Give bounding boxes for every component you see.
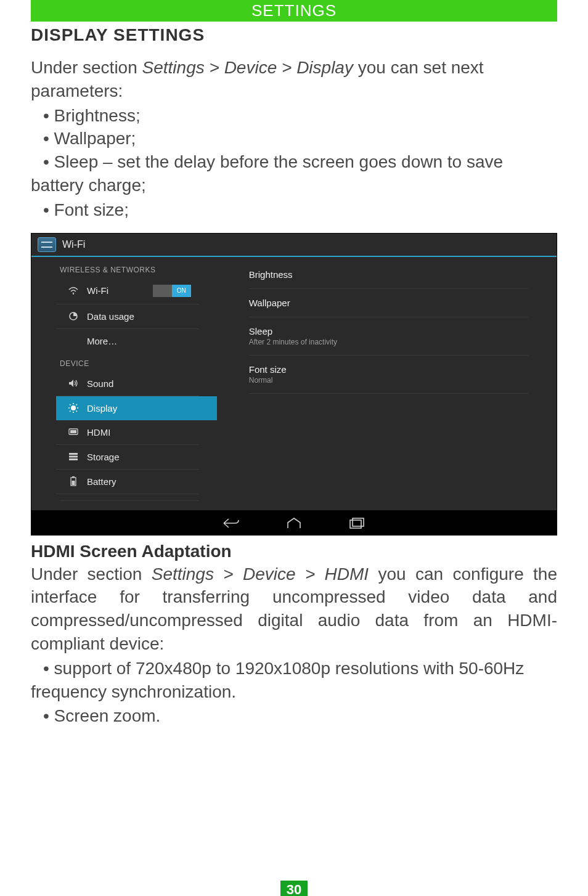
bullet-wallpaper: Wallpaper;: [31, 127, 557, 150]
intro-breadcrumb: Settings > Device > Display: [142, 58, 353, 77]
detail-wallpaper[interactable]: Wallpaper: [249, 289, 528, 317]
screenshot-title: Wi-Fi: [62, 239, 85, 250]
settings-detail-pane: Brightness Wallpaper Sleep After 2 minut…: [221, 257, 557, 510]
android-navbar: [31, 510, 557, 535]
bullet-sleep-text: Sleep – set the delay before the screen …: [31, 152, 503, 195]
detail-sleep[interactable]: Sleep After 2 minutes of inactivity: [249, 317, 528, 356]
storage-icon: [67, 453, 80, 460]
data-usage-icon: [67, 312, 80, 320]
detail-sleep-title: Sleep: [249, 326, 528, 336]
sidebar-item-data-usage[interactable]: Data usage: [56, 304, 198, 329]
bullet-hdmi-resolutions: • support of 720x480p to 1920x1080p reso…: [31, 657, 557, 704]
svg-line-9: [70, 411, 71, 412]
sidebar-display-label: Display: [87, 403, 117, 413]
svg-rect-15: [69, 458, 78, 460]
sub-heading-hdmi: HDMI Screen Adaptation: [31, 542, 557, 561]
nav-back-icon[interactable]: [222, 516, 240, 530]
settings-sidebar: WIRELESS & NETWORKS Wi-Fi ON Data: [31, 257, 221, 510]
detail-brightness[interactable]: Brightness: [249, 261, 528, 289]
screenshot-titlebar: Wi-Fi: [31, 234, 557, 256]
svg-rect-19: [350, 520, 361, 528]
sidebar-hdmi-label: HDMI: [87, 427, 110, 438]
hdmi-intro-pre: Under section: [31, 564, 152, 584]
sidebar-item-battery[interactable]: Battery: [56, 470, 198, 494]
intro-pre: Under section: [31, 58, 142, 77]
section-heading-display-settings: DISPLAY SETTINGS: [31, 25, 557, 45]
wifi-toggle[interactable]: ON: [153, 285, 191, 297]
detail-fontsize[interactable]: Font size Normal: [249, 356, 528, 394]
svg-line-10: [76, 404, 78, 405]
hdmi-icon: [67, 428, 80, 436]
sidebar-item-display[interactable]: Display: [56, 396, 217, 420]
svg-rect-14: [69, 456, 78, 458]
hdmi-paragraph: Under section Settings > Device > HDMI y…: [31, 563, 557, 656]
bullet-hdmi-resolutions-text: support of 720x480p to 1920x1080p resolu…: [31, 659, 524, 701]
category-wireless-label: WIRELESS & NETWORKS: [31, 259, 221, 278]
sidebar-item-wifi[interactable]: Wi-Fi ON: [56, 278, 198, 304]
bullet-brightness: Brightness;: [31, 104, 557, 128]
android-settings-screenshot: Wi-Fi WIRELESS & NETWORKS Wi-Fi ON: [31, 233, 557, 536]
sidebar-battery-label: Battery: [87, 476, 116, 487]
svg-point-0: [73, 293, 74, 295]
sidebar-wifi-label: Wi-Fi: [87, 285, 108, 296]
page-header-banner: SETTINGS: [31, 0, 557, 22]
page-number: 30: [280, 881, 308, 896]
sidebar-item-storage[interactable]: Storage: [56, 445, 198, 470]
svg-line-8: [76, 411, 78, 412]
detail-sleep-sub: After 2 minutes of inactivity: [249, 338, 528, 346]
svg-rect-18: [72, 481, 75, 485]
bullet-screen-zoom: Screen zoom.: [31, 704, 557, 728]
sidebar-more-label: More…: [87, 336, 117, 346]
bullet-fontsize: Font size;: [31, 198, 557, 222]
display-icon: [67, 403, 80, 413]
settings-wifi-icon: [38, 237, 56, 252]
sidebar-item-more[interactable]: More…: [56, 329, 198, 353]
nav-recent-icon[interactable]: [348, 516, 366, 530]
wifi-toggle-on-label: ON: [172, 285, 191, 297]
page-number-badge: 30: [31, 882, 557, 896]
sidebar-item-hdmi[interactable]: HDMI: [56, 420, 198, 445]
nav-home-icon[interactable]: [285, 516, 303, 530]
sidebar-storage-label: Storage: [87, 452, 120, 462]
svg-rect-13: [69, 453, 78, 455]
detail-fontsize-title: Font size: [249, 364, 528, 375]
detail-fontsize-sub: Normal: [249, 376, 528, 385]
detail-wallpaper-title: Wallpaper: [249, 298, 528, 308]
detail-brightness-title: Brightness: [249, 269, 528, 280]
sound-icon: [67, 379, 80, 388]
sidebar-data-usage-label: Data usage: [87, 311, 134, 322]
sidebar-sound-label: Sound: [87, 378, 113, 389]
intro-paragraph: Under section Settings > Device > Displa…: [31, 56, 557, 103]
svg-rect-12: [70, 430, 76, 433]
svg-point-2: [71, 405, 76, 410]
category-device-label: DEVICE: [31, 353, 221, 372]
sidebar-item-sound[interactable]: Sound: [56, 372, 198, 396]
svg-line-7: [70, 404, 71, 405]
svg-rect-20: [353, 518, 364, 526]
wifi-icon: [67, 287, 80, 295]
hdmi-breadcrumb: Settings > Device > HDMI: [152, 564, 369, 584]
battery-icon: [67, 476, 80, 486]
bullet-sleep: • Sleep – set the delay before the scree…: [31, 150, 557, 197]
